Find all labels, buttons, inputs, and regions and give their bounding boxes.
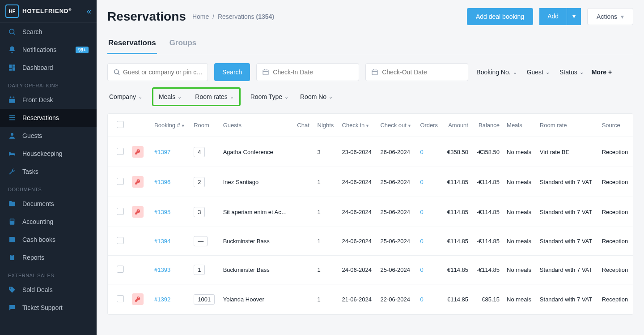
check-in-date-input[interactable]	[256, 63, 359, 81]
row-checkbox[interactable]	[117, 178, 124, 185]
col-room-rate[interactable]: Room rate	[536, 114, 598, 137]
actions-button[interactable]: Actions ▾	[587, 8, 633, 25]
col-s[interactable]: S	[633, 114, 633, 137]
orders-link[interactable]: 0	[420, 149, 423, 155]
sidebar-item-housekeeping[interactable]: Housekeeping	[0, 145, 97, 163]
check-out-field[interactable]	[382, 69, 462, 76]
col-chat[interactable]: Chat	[293, 114, 314, 137]
sidebar-item-tasks[interactable]: Tasks	[0, 163, 97, 180]
sidebar-item-reservations[interactable]: Reservations	[0, 109, 97, 127]
search-input-wrapper	[107, 63, 208, 81]
amount-cell: €114.85	[442, 227, 472, 256]
filter-status[interactable]: Status⌄	[558, 66, 585, 78]
svg-line-1	[13, 33, 15, 34]
table-row[interactable]: #1396 2 Inez Santiago 1 24-06-2024 25-06…	[108, 167, 633, 197]
sidebar-item-ticket-support[interactable]: Ticket Support	[0, 299, 97, 317]
s-cell	[633, 256, 633, 284]
chevron-down-icon[interactable]: ▾	[567, 8, 581, 25]
filter-company[interactable]: Company⌄	[107, 90, 144, 103]
sidebar-item-accounting[interactable]: Accounting	[0, 213, 97, 231]
search-input[interactable]	[123, 69, 202, 76]
col-room[interactable]: Room	[190, 114, 219, 137]
amount-cell: €114.85	[442, 167, 472, 197]
booking-link[interactable]: #1394	[154, 238, 170, 245]
check-out-date-input[interactable]	[365, 63, 468, 81]
col-orders[interactable]: Orders	[416, 114, 442, 137]
filter-booking-no[interactable]: Booking No.⌄	[475, 66, 518, 78]
sidebar-item-sold-deals[interactable]: Sold Deals	[0, 281, 97, 299]
sidebar-item-guests[interactable]: Guests	[0, 127, 97, 145]
orders-link[interactable]: 0	[420, 179, 423, 185]
orders-link[interactable]: 0	[420, 209, 423, 215]
nav-label: Sold Deals	[22, 286, 53, 293]
table-row[interactable]: #1395 3 Sit aperiam enim et Ac… 1 24-06-…	[108, 197, 633, 227]
check-out-cell: 25-06-2024	[377, 197, 416, 227]
filter-room-type[interactable]: Room Type⌄	[249, 90, 290, 103]
col-booking[interactable]: Booking #▼	[151, 114, 190, 137]
sidebar-item-front-desk[interactable]: Front Desk	[0, 91, 97, 109]
orders-link[interactable]: 0	[420, 238, 423, 245]
col-icon	[128, 114, 151, 137]
filter-meals[interactable]: Meals⌄	[157, 90, 183, 103]
booking-link[interactable]: #1392	[154, 296, 170, 303]
row-checkbox[interactable]	[117, 148, 124, 155]
key-icon	[132, 293, 144, 305]
row-checkbox[interactable]	[117, 208, 124, 215]
breadcrumb-count: (1354)	[256, 13, 274, 20]
filter-room-no[interactable]: Room No⌄	[298, 90, 335, 103]
add-deal-booking-button[interactable]: Add deal booking	[467, 8, 533, 25]
sidebar-item-notifications[interactable]: Notifications 99+	[0, 41, 97, 59]
svg-rect-2	[9, 64, 12, 68]
row-checkbox[interactable]	[117, 295, 124, 302]
tab-groups[interactable]: Groups	[169, 34, 197, 54]
col-source[interactable]: Source	[598, 114, 633, 137]
room-pill[interactable]: 3	[194, 207, 205, 217]
sidebar-item-documents[interactable]: Documents	[0, 195, 97, 213]
table-row[interactable]: #1394 — Buckminster Bass 1 24-06-2024 25…	[108, 227, 633, 256]
sidebar-item-cash-books[interactable]: Cash books	[0, 231, 97, 249]
nav-label: Cash books	[22, 236, 55, 243]
col-check-in[interactable]: Check in▼	[339, 114, 377, 137]
select-all-checkbox[interactable]	[117, 121, 124, 128]
room-pill[interactable]: 1	[194, 265, 205, 275]
room-pill[interactable]: 2	[194, 177, 205, 187]
table-row[interactable]: #1392 1001 Yolanda Hoover 1 21-06-2024 2…	[108, 284, 633, 314]
col-amount[interactable]: Amount	[442, 114, 472, 137]
room-pill[interactable]: —	[194, 236, 208, 246]
balance-cell: -€114.85	[472, 256, 503, 284]
orders-link[interactable]: 0	[420, 266, 423, 273]
booking-link[interactable]: #1393	[154, 266, 170, 273]
sidebar-item-reports[interactable]: Reports	[0, 249, 97, 266]
booking-link[interactable]: #1397	[154, 149, 170, 155]
guest-name: Sit aperiam enim et Ac…	[220, 197, 294, 227]
booking-link[interactable]: #1396	[154, 179, 170, 185]
collapse-icon[interactable]: «	[87, 7, 91, 16]
filter-room-rates[interactable]: Room rates⌄	[193, 90, 235, 103]
col-check-out[interactable]: Check out▼	[377, 114, 416, 137]
breadcrumb-home[interactable]: Home	[192, 13, 209, 20]
col-balance[interactable]: Balance	[472, 114, 503, 137]
col-meals[interactable]: Meals	[503, 114, 536, 137]
row-checkbox[interactable]	[117, 237, 124, 244]
filter-guest[interactable]: Guest⌄	[525, 66, 551, 78]
sidebar-item-search[interactable]: Search	[0, 23, 97, 41]
main: Reservations Home / Reservations (1354) …	[97, 0, 644, 335]
add-button[interactable]: Add ▾	[539, 8, 581, 25]
chevron-down-icon: ⌄	[178, 94, 182, 100]
calculator-icon	[8, 218, 16, 226]
row-checkbox[interactable]	[117, 266, 124, 273]
search-button[interactable]: Search	[214, 63, 250, 81]
col-nights[interactable]: Nights	[314, 114, 339, 137]
col-guests[interactable]: Guests	[220, 114, 294, 137]
reservations-table: Booking #▼ Room Guests Chat Nights Check…	[107, 113, 633, 315]
filter-more[interactable]: More +	[592, 69, 612, 76]
tab-reservations[interactable]: Reservations	[107, 34, 157, 54]
room-pill[interactable]: 1001	[194, 294, 215, 305]
booking-link[interactable]: #1395	[154, 209, 170, 215]
table-row[interactable]: #1397 4 Agatha Conference 3 23-06-2024 2…	[108, 137, 633, 167]
table-row[interactable]: #1393 1 Buckminster Bass 1 24-06-2024 25…	[108, 256, 633, 284]
sidebar-item-dashboard[interactable]: Dashboard	[0, 59, 97, 77]
orders-link[interactable]: 0	[420, 296, 423, 303]
check-in-field[interactable]	[273, 69, 353, 76]
room-pill[interactable]: 4	[194, 147, 205, 157]
